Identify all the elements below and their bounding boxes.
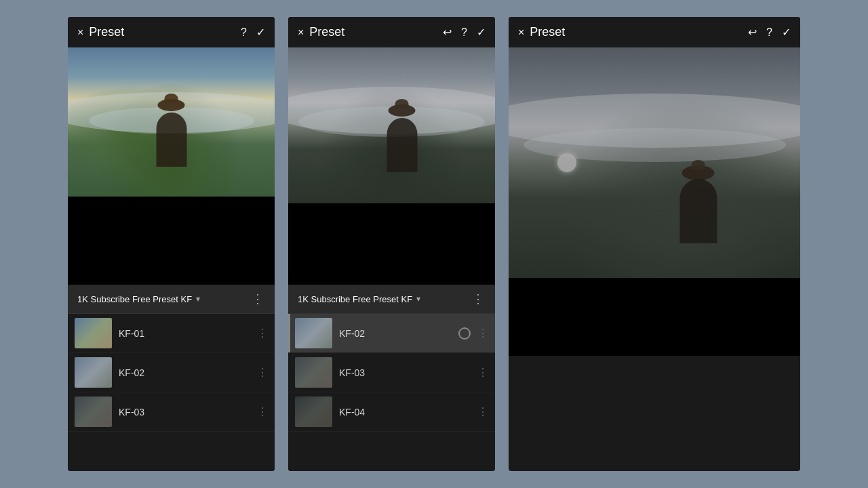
panel-1-title: Preset <box>89 25 241 39</box>
panel-1-thumb-kf03 <box>75 396 112 427</box>
panel-1-close-icon[interactable]: × <box>77 26 83 39</box>
panel-1-spacer <box>68 197 275 285</box>
panel-3-confirm-icon[interactable]: ✓ <box>782 26 791 39</box>
panel-2-folder-name: 1K Subscribe Free Preset KF <box>298 294 412 304</box>
panel-3-help-icon[interactable]: ? <box>766 26 772 39</box>
panel-2-thumb-kf03 <box>295 357 332 388</box>
panel-2-title: Preset <box>309 25 443 39</box>
panel-1-photo <box>68 47 275 197</box>
panel-2-chevron-icon: ▾ <box>416 294 420 304</box>
panel-1-preset-kf02[interactable]: KF-02 ⋮ <box>68 353 275 392</box>
panel-1-preset-name-kf03: KF-03 <box>119 407 250 418</box>
panel-1-confirm-icon[interactable]: ✓ <box>256 26 265 39</box>
panel-2-actions: ↩ ? ✓ <box>443 26 486 39</box>
panel-2: × Preset ↩ ? ✓ <box>288 17 495 471</box>
person-silhouette <box>156 113 186 167</box>
panel-1-preset-section: 1K Subscribe Free Preset KF ▾ ⋮ KF-01 ⋮ <box>68 285 275 471</box>
panel-2-preset-menu-kf04[interactable]: ⋮ <box>477 405 488 418</box>
panel-1-preset-name-kf02: KF-02 <box>119 367 250 378</box>
panel-2-thumb-img-kf04 <box>295 396 332 427</box>
panel-1-thumb-kf02 <box>75 357 112 388</box>
panel-2-folder-menu-icon[interactable]: ⋮ <box>472 291 486 306</box>
panel-1-thumb-img-kf02 <box>75 357 112 388</box>
panel-2-photo <box>288 47 495 203</box>
panel-1-thumb-img-kf03 <box>75 396 112 427</box>
panel-2-undo-icon[interactable]: ↩ <box>443 26 452 39</box>
panel-2-preset-section: 1K Subscribe Free Preset KF ▾ ⋮ KF-02 ⋮ <box>288 285 495 471</box>
panel-1-folder-name-wrap[interactable]: 1K Subscribe Free Preset KF ▾ <box>77 294 200 304</box>
panel-1-folder-menu-icon[interactable]: ⋮ <box>252 291 265 306</box>
panel-1-preset-kf01[interactable]: KF-01 ⋮ <box>68 314 275 353</box>
panel-2-spacer <box>288 203 495 285</box>
panel-1-preset-menu-kf02[interactable]: ⋮ <box>257 366 268 379</box>
panel-3-header: × Preset ↩ ? ✓ <box>509 17 800 47</box>
panel-3-undo-icon[interactable]: ↩ <box>748 26 757 39</box>
person-silhouette-3 <box>679 179 717 243</box>
panels-container: × Preset ? ✓ 1K <box>54 3 814 485</box>
panel-1-actions: ? ✓ <box>241 26 265 39</box>
panel-1-header: × Preset ? ✓ <box>68 17 275 47</box>
panel-2-image <box>288 47 495 203</box>
panel-2-preset-menu-kf03[interactable]: ⋮ <box>477 366 488 379</box>
panel-1-folder-name: 1K Subscribe Free Preset KF <box>77 294 192 304</box>
panel-1-preset-kf03[interactable]: KF-03 ⋮ <box>68 392 275 432</box>
panel-2-progress-circle <box>458 327 471 340</box>
person-silhouette-2 <box>387 118 417 172</box>
panel-1-image <box>68 47 275 197</box>
panel-2-preset-kf02[interactable]: KF-02 ⋮ <box>288 314 495 353</box>
panel-2-preset-kf03[interactable]: KF-03 ⋮ <box>288 353 495 392</box>
panel-3: × Preset ↩ ? ✓ <box>509 17 800 471</box>
panel-1-preset-list[interactable]: KF-01 ⋮ KF-02 ⋮ KF-03 ⋮ <box>68 314 275 471</box>
panel-2-close-icon[interactable]: × <box>298 26 304 39</box>
panel-2-header: × Preset ↩ ? ✓ <box>288 17 495 47</box>
panel-3-close-icon[interactable]: × <box>518 26 524 39</box>
panel-2-thumb-img-kf02 <box>295 318 332 348</box>
panel-1-preset-menu-kf03[interactable]: ⋮ <box>257 405 268 418</box>
panel-2-help-icon[interactable]: ? <box>461 26 467 39</box>
panel-3-spacer <box>509 278 800 356</box>
panel-1-preset-menu-kf01[interactable]: ⋮ <box>257 327 268 340</box>
panel-1: × Preset ? ✓ 1K <box>68 17 275 471</box>
panel-2-preset-menu-kf02[interactable]: ⋮ <box>477 327 488 340</box>
panel-2-thumb-kf02 <box>295 318 332 348</box>
panel-2-folder-header: 1K Subscribe Free Preset KF ▾ ⋮ <box>288 285 495 314</box>
panel-3-title: Preset <box>530 25 748 39</box>
panel-1-folder-header: 1K Subscribe Free Preset KF ▾ ⋮ <box>68 285 275 314</box>
panel-2-preset-list[interactable]: KF-02 ⋮ KF-03 ⋮ KF-04 <box>288 314 495 471</box>
panel-2-preset-name-kf04: KF-04 <box>339 407 471 418</box>
panel-3-touch-indicator <box>557 153 576 172</box>
panel-2-preset-kf04[interactable]: KF-04 ⋮ <box>288 392 495 432</box>
panel-1-help-icon[interactable]: ? <box>241 26 247 39</box>
panel-3-photo[interactable] <box>509 47 800 278</box>
panel-1-thumb-kf01 <box>75 318 112 348</box>
panel-1-chevron-icon: ▾ <box>196 294 200 304</box>
panel-1-thumb-img-kf01 <box>75 318 112 348</box>
panel-3-image <box>509 47 800 278</box>
panel-3-actions: ↩ ? ✓ <box>748 26 791 39</box>
panel-2-confirm-icon[interactable]: ✓ <box>477 26 486 39</box>
panel-2-thumb-kf04 <box>295 396 332 427</box>
panel-2-folder-name-wrap[interactable]: 1K Subscribe Free Preset KF ▾ <box>298 294 420 304</box>
panel-1-preset-name-kf01: KF-01 <box>119 328 250 339</box>
panel-2-thumb-img-kf03 <box>295 357 332 388</box>
panel-2-preset-name-kf02: KF-02 <box>339 328 452 339</box>
panel-2-preset-name-kf03: KF-03 <box>339 367 471 378</box>
